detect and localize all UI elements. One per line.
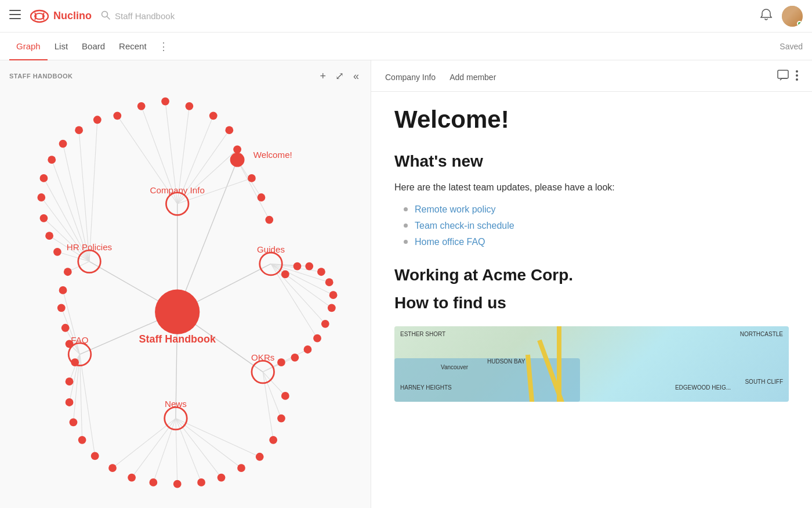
- search-bar[interactable]: Staff Handbook: [101, 10, 333, 22]
- map-label: EDGEWOOD HEIG...: [675, 384, 731, 391]
- satellite-dot: [233, 145, 241, 153]
- map-label: HUDSON BAY: [487, 358, 525, 365]
- satellite-dot: [256, 453, 264, 461]
- logo-text: Nuclino: [53, 10, 92, 22]
- svg-rect-2: [9, 18, 21, 19]
- svg-line-31: [271, 264, 325, 323]
- left-panel: STAFF HANDBOOK + ⤢ «: [0, 60, 371, 508]
- home-office-faq-link[interactable]: Home office FAQ: [415, 237, 485, 247]
- satellite-dot: [48, 156, 56, 164]
- svg-line-20: [177, 149, 237, 204]
- add-member-button[interactable]: Add member: [449, 73, 496, 82]
- satellite-dot: [281, 270, 289, 278]
- svg-line-23: [237, 160, 269, 219]
- map-label: NORTHCASTLE: [740, 331, 783, 337]
- svg-point-3: [31, 10, 48, 22]
- svg-rect-67: [778, 70, 788, 78]
- add-item-button[interactable]: +: [317, 68, 328, 85]
- satellite-dot: [113, 111, 121, 120]
- satellite-dot: [329, 291, 338, 299]
- satellite-dot: [66, 398, 74, 406]
- satellite-dot: [293, 262, 302, 271]
- satellite-dot: [161, 98, 169, 106]
- satellite-dot: [137, 102, 146, 110]
- tab-recent[interactable]: Recent: [112, 33, 154, 60]
- panel-title: STAFF HANDBOOK: [9, 73, 313, 80]
- satellite-dot: [37, 193, 45, 201]
- satellite-dot: [57, 304, 66, 312]
- satellite-dot: [277, 415, 285, 423]
- remote-work-policy-link[interactable]: Remote work policy: [415, 204, 496, 215]
- more-options-icon[interactable]: [796, 70, 798, 84]
- satellite-dot: [281, 392, 289, 400]
- satellite-dot: [209, 111, 217, 120]
- satellite-dot: [45, 232, 53, 240]
- avatar[interactable]: [782, 6, 803, 27]
- satellite-dot: [61, 324, 70, 332]
- satellite-dot: [291, 354, 299, 362]
- map-placeholder: ESTHER SHORT Vancouver HUDSON BAY HARNEY…: [394, 326, 789, 402]
- map-label: SOUTH CLIFF: [745, 379, 783, 385]
- collapse-button[interactable]: «: [351, 68, 361, 85]
- breadcrumb-company-info[interactable]: Company Info: [385, 73, 436, 82]
- bullet-dot: [404, 207, 408, 211]
- satellite-dot: [70, 419, 78, 427]
- comment-icon[interactable]: [777, 70, 789, 84]
- satellite-dot: [108, 464, 117, 472]
- bullet-dot: [404, 240, 408, 244]
- satellite-dot: [128, 474, 136, 482]
- satellite-dot: [40, 214, 48, 222]
- svg-point-68: [796, 70, 798, 73]
- svg-line-43: [176, 419, 177, 484]
- find-us-heading: How to find us: [394, 294, 789, 312]
- search-icon: [101, 10, 110, 22]
- menu-icon[interactable]: [9, 10, 21, 22]
- page-content: Welcome! What's new Here are the latest …: [371, 92, 812, 416]
- map-label: ESTHER SHORT: [400, 331, 445, 337]
- label-faq: FAQ: [71, 335, 89, 345]
- satellite-dot: [328, 304, 336, 312]
- label-guides: Guides: [257, 244, 285, 254]
- expand-button[interactable]: ⤢: [333, 67, 346, 85]
- satellite-dot: [91, 452, 99, 460]
- tab-more-icon[interactable]: ⋮: [154, 40, 173, 53]
- right-panel-actions: [777, 70, 798, 84]
- svg-line-44: [153, 419, 176, 482]
- logo[interactable]: Nuclino: [30, 7, 92, 26]
- satellite-dot: [304, 345, 312, 354]
- svg-line-66: [89, 120, 97, 261]
- tab-list[interactable]: List: [48, 33, 75, 60]
- whats-new-list: Remote work policy Team check-in schedul…: [404, 204, 789, 247]
- satellite-dot: [313, 334, 321, 343]
- working-heading: Working at Acme Corp.: [394, 266, 789, 284]
- header: Nuclino Staff Handbook: [0, 0, 812, 33]
- svg-point-69: [796, 74, 798, 77]
- tab-graph[interactable]: Graph: [9, 33, 48, 60]
- team-checkin-link[interactable]: Team check-in schedule: [415, 221, 514, 231]
- graph-canvas[interactable]: Staff Handbook Company Info Welcome! HR …: [0, 92, 371, 508]
- satellite-dot: [66, 340, 74, 348]
- label-company-info: Company Info: [150, 185, 205, 195]
- svg-line-6: [107, 16, 110, 19]
- satellite-dot: [317, 268, 325, 276]
- label-welcome: Welcome!: [253, 150, 292, 160]
- svg-rect-1: [9, 14, 21, 15]
- center-label: Staff Handbook: [139, 333, 216, 345]
- map-image: ESTHER SHORT Vancouver HUDSON BAY HARNEY…: [394, 326, 789, 402]
- page-title: Welcome!: [394, 106, 789, 134]
- bell-icon[interactable]: [760, 8, 773, 24]
- right-panel: Company Info Add member Welcome! What's …: [371, 60, 812, 508]
- label-hr-policies: HR Policies: [67, 242, 113, 252]
- whats-new-heading: What's new: [394, 152, 789, 171]
- satellite-dot: [248, 174, 256, 182]
- list-item: Home office FAQ: [404, 237, 789, 247]
- tab-board[interactable]: Board: [75, 33, 112, 60]
- working-section: Working at Acme Corp. How to find us: [394, 266, 789, 312]
- center-node[interactable]: [155, 290, 200, 334]
- satellite-dot: [305, 262, 313, 271]
- satellite-dot: [265, 216, 273, 224]
- satellite-dot: [173, 480, 182, 488]
- satellite-dot: [225, 126, 233, 134]
- satellite-dot: [277, 358, 285, 366]
- node-welcome[interactable]: [230, 153, 245, 167]
